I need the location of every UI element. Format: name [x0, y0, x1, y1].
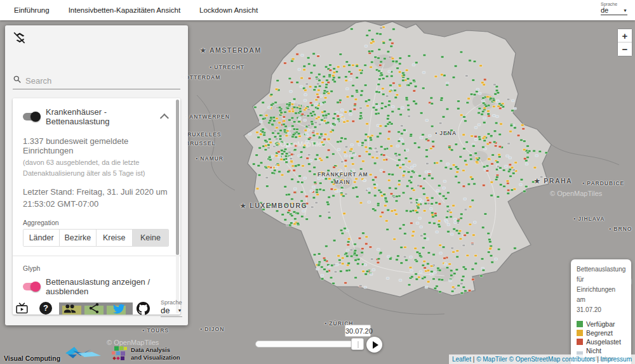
leaflet-link[interactable]: Leaflet [452, 356, 471, 363]
visual-computing-mark [62, 346, 102, 362]
collapse-chevron-up-icon[interactable] [160, 114, 169, 122]
last-update: Letzter Stand: Freitag, 31. Juli 2020 um… [23, 186, 169, 211]
aggregation-bezirke-button[interactable]: Bezirke [60, 230, 96, 246]
visual-computing-logo: Visual Computing [4, 346, 102, 362]
dav-logo: Data Analysis and Visualization [111, 346, 180, 362]
search-box [13, 75, 180, 89]
scrollbar-thumb[interactable] [176, 100, 179, 255]
map-label-luxembourg: ★ LUXEMBOURG [240, 202, 307, 209]
nav-item-intensivbetten[interactable]: Intensivbetten-Kapazitäten Ansicht [69, 6, 180, 14]
footer-logos: Visual Computing Data Analysis and Visua… [4, 346, 180, 362]
chevron-down-icon: ▼ [623, 8, 627, 13]
panel-footer: ? Sprache de ▼ [5, 291, 188, 325]
language-dropdown-panel[interactable]: de ▼ [161, 306, 182, 317]
glyph-visibility-toggle[interactable] [23, 283, 39, 290]
openmaptiles-watermark: © OpenMapTiles [273, 140, 325, 148]
dav-mark [111, 346, 128, 362]
legend-title: Bettenauslastung für Einrichtungen am 31… [577, 264, 625, 315]
map-label-frankfurt-am: FRANKFURT AM [318, 171, 368, 178]
nav-item-lockdown[interactable]: Lockdown Ansicht [199, 6, 258, 14]
language-value-panel: de [161, 306, 170, 315]
main-nav: Einführung Intensivbetten-Kapazitäten An… [0, 6, 258, 14]
map-label-namur: ▪ NAMUR [196, 155, 224, 162]
language-select-top: Sprache de ▼ [601, 2, 627, 15]
zoom-out-button[interactable]: − [618, 42, 632, 56]
map-label-jihlava: ▪ JIHLAVA [573, 216, 605, 222]
osm-link[interactable]: © OpenStreetMap contributors [509, 356, 596, 363]
control-panel: Krankenhäuser - Bettenauslastung 1.337 b… [5, 25, 188, 325]
maptiler-link[interactable]: © MapTiler [476, 356, 507, 363]
language-select-panel: Sprache de ▼ [161, 299, 182, 317]
layer-title: Krankenhäuser - Bettenauslastung [46, 107, 156, 126]
map-label-utrecht: ▪ UTRECHT [210, 64, 244, 70]
aggregation-kreise-button[interactable]: Kreise [97, 230, 133, 246]
aggregation-keine-button[interactable]: Keine [133, 230, 168, 246]
language-label-top: Sprache [601, 2, 627, 6]
legend-item-verfuegbar: Verfügbar [577, 320, 625, 328]
facility-note: (davon 63 ausgeblendet, da die letzte Da… [23, 157, 169, 179]
facility-count: 1.337 bundesweit gemeldete Einrichtungen [23, 136, 169, 155]
openmaptiles-watermark: © OpenMapTiles [550, 190, 602, 197]
twitter-icon[interactable] [111, 302, 126, 315]
map-label-brussel: BRUSSEL [185, 140, 216, 146]
search-input[interactable] [25, 76, 171, 86]
time-slider-track[interactable] [255, 341, 363, 348]
share-icon[interactable] [88, 302, 100, 315]
card-scrollbar [176, 100, 179, 313]
time-slider-handle[interactable] [351, 338, 364, 350]
map-label-pardubice: ▪ PARDUBICE [582, 180, 624, 186]
video-tutorial-icon[interactable] [15, 302, 29, 315]
play-button[interactable] [366, 337, 382, 353]
language-label-panel: Sprache [161, 299, 182, 306]
time-slider-date: 30.07.20 [345, 325, 371, 337]
red-square-icon [577, 339, 583, 345]
visual-computing-label: Visual Computing [4, 354, 60, 362]
layer-toggle[interactable] [23, 113, 39, 120]
green-square-icon [577, 321, 583, 327]
team-icon[interactable] [63, 302, 77, 315]
map-label-brno: ▪ BRNO [609, 226, 632, 232]
map-label-tours: ▪ TOURS [142, 327, 169, 334]
dav-label: Data Analysis and Visualization [131, 346, 180, 361]
map-legend-card: Bettenauslastung für Einrichtungen am 31… [571, 259, 631, 364]
aggregation-laender-button[interactable]: Länder [23, 230, 60, 246]
map-label-amsterdam: ★ AMSTERDAM [200, 46, 262, 54]
play-icon [373, 341, 378, 349]
zoom-in-button[interactable]: + [618, 29, 632, 42]
map-label-bruxelles: BRUXELLES [183, 131, 221, 138]
help-icon[interactable]: ? [39, 302, 52, 315]
language-value-top: de [601, 6, 608, 14]
aggregation-label: Aggregation [23, 219, 169, 226]
language-dropdown-top[interactable]: de ▼ [601, 6, 627, 15]
divider [13, 256, 180, 256]
github-icon[interactable] [137, 302, 150, 315]
impressum-link[interactable]: Impressum [601, 356, 632, 363]
layers-off-icon[interactable] [13, 30, 27, 47]
map-label-jena: ▪ JENA [435, 130, 457, 136]
glyph-label: Glyph [23, 264, 169, 272]
map-attribution: Leaflet | © MapTiler © OpenStreetMap con… [449, 354, 635, 364]
legend-item-begrenzt: Begrenzt [577, 329, 625, 337]
map-label-dijon: ▪ DIJON [200, 326, 224, 332]
nav-item-einfuehrung[interactable]: Einführung [14, 6, 50, 14]
legend-item-ausgelastet: Ausgelastet [577, 338, 625, 346]
search-icon [13, 75, 22, 86]
card-header: Krankenhäuser - Bettenauslastung [23, 107, 169, 126]
map-label-praha: ★ PRAHA [534, 177, 572, 185]
layer-settings-card: Krankenhäuser - Bettenauslastung 1.337 b… [13, 98, 180, 315]
aggregation-button-group: Länder Bezirke Kreise Keine [23, 229, 169, 247]
map-label-antwerpen: ▪ ANTWERPEN [185, 114, 230, 120]
map-zoom-control: + − [617, 29, 632, 56]
map-label-main: MAIN [334, 179, 351, 185]
top-navigation-bar: Einführung Intensivbetten-Kapazitäten An… [0, 0, 635, 20]
chevron-down-icon: ▼ [178, 308, 182, 313]
yellow-square-icon [577, 330, 583, 336]
